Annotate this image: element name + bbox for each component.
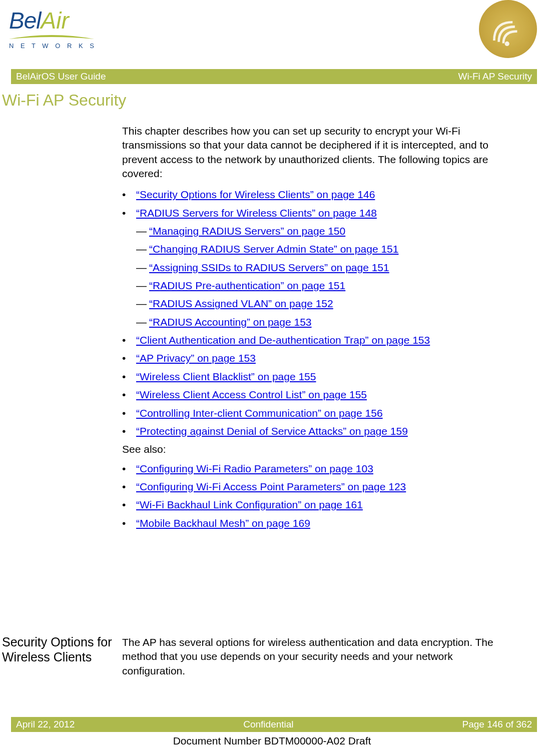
toc-item: •“Client Authentication and De-authentic… — [122, 333, 502, 347]
dash-icon: — — [136, 297, 149, 311]
logo-text-2: Air — [41, 7, 69, 34]
toc-link[interactable]: “RADIUS Assigned VLAN” on page 152 — [149, 297, 333, 311]
see-also-item: •“Wi-Fi Backhaul Link Configuration” on … — [122, 498, 502, 512]
see-also-link[interactable]: “Configuring Wi-Fi Access Point Paramete… — [136, 480, 406, 494]
dash-icon: — — [136, 224, 149, 238]
see-also-link[interactable]: “Configuring Wi-Fi Radio Parameters” on … — [136, 462, 373, 476]
toc-item: —“RADIUS Pre-authentication” on page 151 — [122, 279, 502, 293]
page: BelAir N E T W O R K S BelAirOS User Gui… — [0, 0, 544, 756]
footer-page: Page 146 of 362 — [462, 719, 532, 730]
dash-icon: — — [136, 279, 149, 293]
toc-link[interactable]: “Managing RADIUS Servers” on page 150 — [149, 224, 345, 238]
toc-link[interactable]: “RADIUS Accounting” on page 153 — [149, 315, 312, 329]
toc-item: •“Security Options for Wireless Clients”… — [122, 188, 502, 202]
see-also-item: •“Configuring Wi-Fi Radio Parameters” on… — [122, 462, 502, 476]
bullet-icon: • — [122, 370, 136, 384]
toc-link[interactable]: “RADIUS Servers for Wireless Clients” on… — [136, 206, 377, 220]
toc-item: —“RADIUS Assigned VLAN” on page 152 — [122, 297, 502, 311]
toc-item: —“Assigning SSIDs to RADIUS Servers” on … — [122, 261, 502, 275]
bullet-icon: • — [122, 388, 136, 402]
toc-item: •“AP Privacy” on page 153 — [122, 351, 502, 365]
bullet-icon: • — [122, 462, 136, 476]
header-right: Wi-Fi AP Security — [458, 71, 532, 82]
bullet-icon: • — [122, 333, 136, 347]
bullet-icon: • — [122, 424, 136, 438]
footer-date: April 22, 2012 — [16, 719, 75, 730]
footer-bar: April 22, 2012 Confidential Page 146 of … — [11, 717, 537, 732]
toc-item: •“RADIUS Servers for Wireless Clients” o… — [122, 206, 502, 220]
brand-logo: BelAir N E T W O R K S — [9, 7, 97, 50]
bullet-icon: • — [122, 188, 136, 202]
dash-icon: — — [136, 315, 149, 329]
toc-link[interactable]: “Security Options for Wireless Clients” … — [136, 188, 375, 202]
see-also-item: •“Mobile Backhaul Mesh” on page 169 — [122, 516, 502, 530]
dash-icon: — — [136, 242, 149, 256]
toc-link[interactable]: “AP Privacy” on page 153 — [136, 351, 256, 365]
bullet-icon: • — [122, 206, 136, 220]
section-heading: Security Options for Wireless Clients — [2, 634, 122, 678]
intro-paragraph: This chapter describes how you can set u… — [122, 124, 502, 181]
svg-point-0 — [505, 42, 509, 46]
bullet-icon: • — [122, 406, 136, 420]
corner-badge-icon — [479, 0, 537, 58]
see-also-item: •“Configuring Wi-Fi Access Point Paramet… — [122, 480, 502, 494]
toc-link[interactable]: “Client Authentication and De-authentica… — [136, 333, 430, 347]
see-also-link[interactable]: “Mobile Backhaul Mesh” on page 169 — [136, 516, 310, 530]
bullet-icon: • — [122, 351, 136, 365]
header-left: BelAirOS User Guide — [16, 71, 106, 82]
toc-item: —“Managing RADIUS Servers” on page 150 — [122, 224, 502, 238]
section-row: Security Options for Wireless Clients Th… — [2, 634, 502, 678]
document-number: Document Number BDTM00000-A02 Draft — [0, 735, 544, 747]
toc-item: •“Controlling Inter-client Communication… — [122, 406, 502, 420]
toc-link[interactable]: “Controlling Inter-client Communication”… — [136, 406, 383, 420]
logo-subtext: N E T W O R K S — [9, 42, 97, 50]
logo-text-1: Bel — [9, 7, 41, 34]
toc-link[interactable]: “Protecting against Denial of Service At… — [136, 424, 408, 438]
toc-item: •“Wireless Client Blacklist” on page 155 — [122, 370, 502, 384]
page-title: Wi-Fi AP Security — [2, 91, 126, 110]
bullet-icon: • — [122, 480, 136, 494]
toc-link[interactable]: “Changing RADIUS Server Admin State” on … — [149, 242, 398, 256]
footer-confidential: Confidential — [243, 719, 293, 730]
logo-swoosh-icon — [9, 34, 94, 41]
toc-link[interactable]: “Assigning SSIDs to RADIUS Servers” on p… — [149, 261, 389, 275]
toc-link[interactable]: “RADIUS Pre-authentication” on page 151 — [149, 279, 345, 293]
toc-link[interactable]: “Wireless Client Blacklist” on page 155 — [136, 370, 316, 384]
toc-item: —“Changing RADIUS Server Admin State” on… — [122, 242, 502, 256]
see-also-link[interactable]: “Wi-Fi Backhaul Link Configuration” on p… — [136, 498, 363, 512]
section-body: The AP has several options for wireless … — [122, 634, 502, 678]
toc-link[interactable]: “Wireless Client Access Control List” on… — [136, 388, 367, 402]
bullet-icon: • — [122, 498, 136, 512]
toc-item: —“RADIUS Accounting” on page 153 — [122, 315, 502, 329]
see-also-label: See also: — [122, 442, 502, 456]
header-bar: BelAirOS User Guide Wi-Fi AP Security — [11, 69, 537, 84]
toc-item: •“Protecting against Denial of Service A… — [122, 424, 502, 438]
body-content: This chapter describes how you can set u… — [122, 124, 502, 534]
dash-icon: — — [136, 261, 149, 275]
bullet-icon: • — [122, 516, 136, 530]
toc-item: •“Wireless Client Access Control List” o… — [122, 388, 502, 402]
